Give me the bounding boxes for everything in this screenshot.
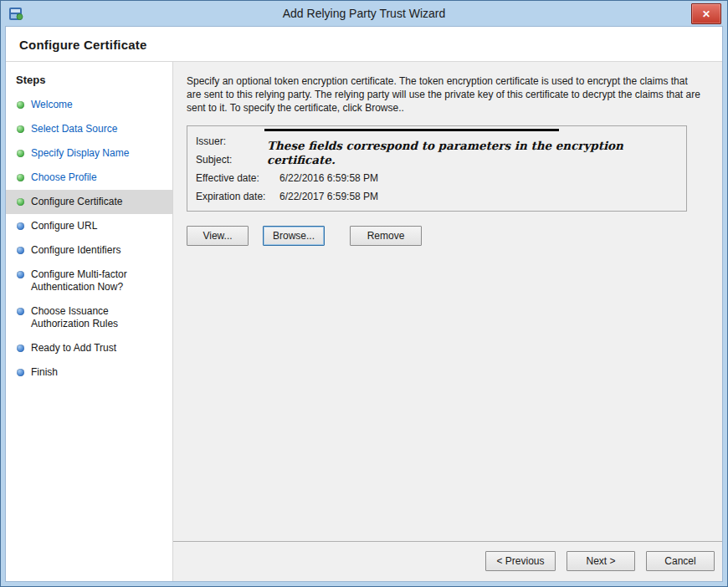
certificate-annotation: These fields correspond to parameters in… [267, 139, 675, 167]
step-item-configure-identifiers: Configure Identifiers [6, 238, 172, 263]
step-item-configure-mfa: Configure Multi-factor Authentication No… [6, 263, 172, 299]
step-pending-bullet-icon [17, 345, 24, 352]
view-button[interactable]: View... [187, 226, 249, 246]
expiration-date-label: Expiration date: [196, 191, 279, 202]
step-done-bullet-icon [17, 125, 24, 133]
steps-list: Welcome Select Data Source Specify Displ… [6, 93, 172, 385]
step-done-bullet-icon [17, 150, 24, 157]
step-done-bullet-icon [17, 174, 24, 181]
step-label: Ready to Add Trust [31, 342, 116, 355]
page-title: Configure Certificate [19, 38, 709, 52]
steps-sidebar: Steps Welcome Select Data Source Specify… [6, 62, 173, 581]
step-current-bullet-icon [17, 198, 24, 206]
step-pending-bullet-icon [17, 369, 24, 376]
step-label: Configure Identifiers [31, 244, 120, 257]
remove-button[interactable]: Remove [350, 226, 422, 246]
certificate-button-row: View... Browse... Remove [187, 226, 700, 246]
close-icon: ✕ [702, 8, 710, 20]
step-item-choose-issuance-rules: Choose Issuance Authorization Rules [6, 299, 172, 336]
step-label: Welcome [31, 99, 73, 111]
step-item-configure-certificate: Configure Certificate [6, 190, 172, 214]
previous-button[interactable]: < Previous [485, 551, 556, 571]
page-header: Configure Certificate [6, 27, 722, 62]
effective-date-value: 6/22/2016 6:59:58 PM [279, 172, 378, 184]
step-pending-bullet-icon [17, 247, 24, 254]
step-pending-bullet-icon [17, 222, 24, 230]
certificate-effective-date-row: Effective date: 6/22/2016 6:59:58 PM [196, 169, 678, 187]
step-item-welcome[interactable]: Welcome [6, 93, 172, 117]
steps-heading: Steps [6, 70, 172, 91]
step-item-specify-display-name[interactable]: Specify Display Name [6, 141, 172, 166]
step-label: Configure Certificate [31, 196, 122, 208]
wizard-navigation-footer: < Previous Next > Cancel [173, 541, 722, 581]
step-label: Choose Issuance Authorization Rules [31, 305, 166, 330]
step-done-bullet-icon [17, 101, 24, 109]
close-button[interactable]: ✕ [691, 3, 721, 24]
step-pending-bullet-icon [17, 308, 24, 315]
step-item-configure-url: Configure URL [6, 214, 172, 238]
content-spacer [187, 246, 700, 541]
step-item-choose-profile[interactable]: Choose Profile [6, 166, 172, 190]
title-bar[interactable]: Add Relying Party Trust Wizard ✕ [5, 1, 723, 26]
effective-date-label: Effective date: [196, 172, 279, 184]
expiration-date-value: 6/22/2017 6:59:58 PM [279, 191, 378, 202]
wizard-client-area: Configure Certificate Steps Welcome Sele… [5, 26, 723, 582]
next-button[interactable]: Next > [567, 551, 635, 571]
browse-button[interactable]: Browse... [263, 226, 325, 246]
step-description: Specify an optional token encryption cer… [187, 74, 700, 115]
step-pending-bullet-icon [17, 271, 24, 278]
step-item-finish: Finish [6, 360, 172, 385]
step-item-ready-to-add-trust: Ready to Add Trust [6, 336, 172, 360]
step-label: Specify Display Name [31, 147, 129, 160]
wizard-window: Add Relying Party Trust Wizard ✕ Configu… [0, 0, 728, 587]
window-title: Add Relying Party Trust Wizard [5, 7, 723, 20]
step-label: Choose Profile [31, 171, 97, 184]
step-label: Select Data Source [31, 123, 117, 135]
step-label: Configure URL [31, 220, 97, 232]
certificate-expiration-date-row: Expiration date: 6/22/2017 6:59:58 PM [196, 187, 678, 206]
redacted-issuer-value [264, 129, 559, 131]
step-label: Finish [31, 366, 58, 379]
step-item-select-data-source[interactable]: Select Data Source [6, 117, 172, 141]
step-content-panel: Specify an optional token encryption cer… [173, 62, 722, 581]
certificate-details-box: These fields correspond to parameters in… [187, 125, 687, 212]
step-label: Configure Multi-factor Authentication No… [31, 268, 166, 294]
cancel-button[interactable]: Cancel [646, 551, 715, 571]
